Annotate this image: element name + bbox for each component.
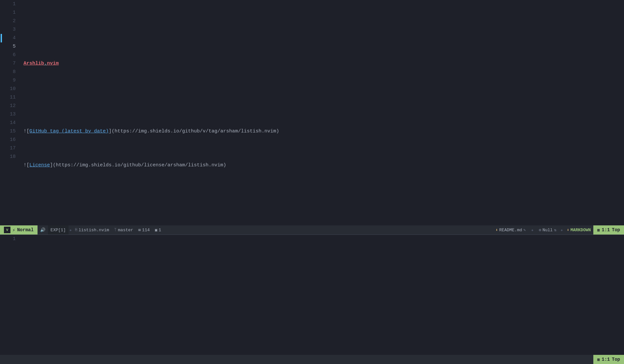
- code-line-1: [23, 25, 624, 34]
- filetype-icon: ⬇: [567, 228, 569, 233]
- bottom-scroll-label: Top: [612, 357, 620, 362]
- line-number: 16: [3, 136, 16, 144]
- buffers-icon: ▣: [155, 228, 157, 233]
- line-number: 18: [3, 153, 16, 161]
- line-number: 9: [3, 76, 16, 85]
- status-exp: EXP[1]: [48, 225, 69, 235]
- line-number: 15: [3, 127, 16, 136]
- line-number: 17: [3, 144, 16, 153]
- sort-icon: ⇅: [554, 228, 556, 233]
- line-number: 12: [3, 102, 16, 110]
- bottom-content: 1: [0, 235, 624, 355]
- code-line-badge2: ![License](https://img.shields.io/github…: [23, 161, 624, 170]
- filename: README.md: [499, 228, 522, 233]
- lines-icon: ⊞: [138, 228, 141, 233]
- status-buffers: ▣ 1: [152, 225, 164, 235]
- status-repo: ⎘ listish.nvim: [72, 225, 112, 235]
- position-label: 1:1: [602, 227, 610, 233]
- status-right: ⬇ README.md ✎ ⬥ ⚙ Null ⇅ ⬥ ⬇ MARKDOWN ▦ …: [493, 225, 624, 235]
- code-line-4: [23, 195, 624, 204]
- bottom-pane: 1 ▦ 1:1 Top: [0, 235, 624, 364]
- line-number: 3: [3, 25, 16, 34]
- code-line-2: [23, 93, 624, 102]
- bottom-status-position: ▦ 1:1 Top: [593, 355, 624, 364]
- exp-label: EXP[1]: [51, 228, 66, 233]
- line-number: 1: [3, 0, 16, 8]
- code-content[interactable]: Arshlib.nvim ![GitHub tag (latest by dat…: [20, 0, 624, 225]
- scroll-label: Top: [612, 227, 620, 233]
- main-status-bar: V ⚡ Normal 🔊 EXP[1] ⬥ ⎘ listish.nvim ᛘ m…: [0, 225, 624, 235]
- spell-label: Null: [542, 228, 553, 233]
- line-numbers: 1 1 2 3 4 5 6 7 8 9 10 11 12 13 14 15 16…: [3, 0, 20, 225]
- sep3: ⬥: [560, 227, 563, 233]
- status-spell: ⚙ Null ⇅: [536, 225, 559, 235]
- line-number: 8: [3, 68, 16, 76]
- bottom-position-label: 1:1: [602, 357, 610, 362]
- status-mode: V ⚡ Normal: [0, 225, 38, 235]
- audio-icon: 🔊: [40, 227, 45, 233]
- branch-icon: ᛘ: [114, 228, 117, 232]
- line-number: 10: [3, 85, 16, 93]
- gear-icon: ⚙: [539, 228, 541, 233]
- mode-icon: V: [4, 227, 10, 233]
- status-file: ⬇ README.md ✎: [493, 225, 528, 235]
- edit-icon: ✎: [523, 228, 526, 233]
- bottom-grid-icon: ▦: [597, 357, 600, 362]
- sep2: ⬥: [531, 227, 534, 233]
- line-count: 114: [142, 228, 149, 233]
- bottom-line-numbers: 1: [3, 235, 20, 243]
- status-filetype: ⬇ MARKDOWN: [564, 225, 594, 235]
- bottom-status-bar: ▦ 1:1 Top: [0, 355, 624, 364]
- line-number: 1: [3, 8, 16, 17]
- buffer-count: 1: [159, 228, 161, 233]
- mode-label: Normal: [17, 227, 33, 233]
- active-line-mark: [1, 34, 2, 42]
- repo-name: listish.nvim: [79, 228, 109, 233]
- line-number: 7: [3, 59, 16, 68]
- status-audio: 🔊: [38, 225, 48, 235]
- repo-icon: ⎘: [75, 228, 77, 232]
- sep1: ⬥: [69, 227, 72, 233]
- filetype-label: MARKDOWN: [570, 228, 591, 233]
- download-icon: ⬇: [495, 228, 498, 233]
- branch-name: master: [118, 228, 133, 233]
- left-indicator: [0, 0, 3, 225]
- grid-icon: ▦: [597, 228, 600, 233]
- line-number: 4: [3, 34, 16, 42]
- line-number: 13: [3, 110, 16, 119]
- line-number: 2: [3, 17, 16, 25]
- line-number-active: 5: [3, 42, 16, 51]
- line-number: 14: [3, 119, 16, 127]
- code-line-badge1: ![GitHub tag (latest by date)](https://i…: [23, 127, 624, 136]
- status-branch: ᛘ master: [112, 225, 136, 235]
- code-line-title: Arshlib.nvim: [23, 59, 624, 68]
- mode-icon2: ⚡: [12, 227, 15, 233]
- status-lines: ⊞ 114: [136, 225, 152, 235]
- code-container: 1 1 2 3 4 5 6 7 8 9 10 11 12 13 14 15 16…: [0, 0, 624, 225]
- line-number: 6: [3, 51, 16, 59]
- bottom-line-num-1: 1: [3, 235, 16, 243]
- status-position: ▦ 1:1 Top: [593, 225, 624, 235]
- editor-area: 1 1 2 3 4 5 6 7 8 9 10 11 12 13 14 15 16…: [0, 0, 624, 364]
- line-number: 11: [3, 93, 16, 102]
